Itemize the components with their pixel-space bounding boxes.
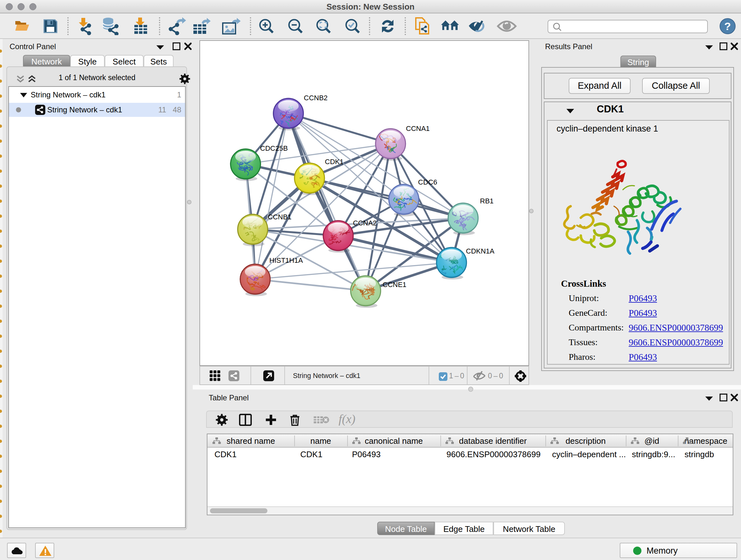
svg-text:CDKN1A: CDKN1A	[466, 247, 495, 255]
svg-text:?: ?	[724, 20, 731, 32]
svg-text:HIST1H1A: HIST1H1A	[269, 256, 303, 264]
svg-text:CCNE1: CCNE1	[383, 281, 407, 289]
svg-text:CCNA1: CCNA1	[406, 125, 430, 132]
svg-text:CDK1: CDK1	[325, 158, 344, 166]
svg-text:CCNB1: CCNB1	[268, 213, 292, 221]
svg-text:CDC25B: CDC25B	[260, 144, 288, 152]
svg-text:RB1: RB1	[480, 197, 494, 205]
svg-text:CDC6: CDC6	[418, 178, 437, 186]
svg-text:CCNA2: CCNA2	[353, 219, 377, 227]
svg-text:CCNB2: CCNB2	[304, 94, 328, 102]
